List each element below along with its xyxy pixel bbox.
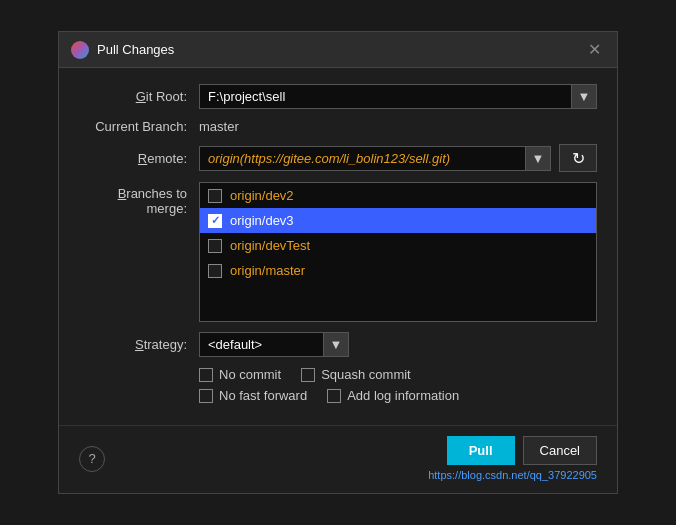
no-fast-forward-option[interactable]: No fast forward [199, 388, 307, 403]
branch-checkbox[interactable] [208, 214, 222, 228]
options-area: No commit Squash commit No fast forward … [79, 367, 597, 403]
pull-changes-dialog: Pull Changes ✕ Git Root: F:\project\sell… [58, 31, 618, 494]
branch-item[interactable]: origin/devTest [200, 233, 596, 258]
current-branch-label-col: Current Branch: [79, 119, 199, 134]
branches-label: Branches to merge: [118, 186, 187, 216]
branch-checkbox[interactable] [208, 189, 222, 203]
branches-list: origin/dev2origin/dev3origin/devTestorig… [199, 182, 597, 322]
title-bar: Pull Changes ✕ [59, 32, 617, 68]
remote-select[interactable]: origin(https://gitee.com/li_bolin123/sel… [199, 146, 551, 171]
footer-url: https://blog.csdn.net/qq_37922905 [428, 469, 597, 481]
branch-item[interactable]: origin/master [200, 258, 596, 283]
no-commit-label: No commit [219, 367, 281, 382]
add-log-option[interactable]: Add log information [327, 388, 459, 403]
branch-checkbox[interactable] [208, 264, 222, 278]
strategy-label-col: Strategy: [79, 337, 199, 352]
current-branch-row: Current Branch: master [79, 119, 597, 134]
branch-checkbox[interactable] [208, 239, 222, 253]
bottom-bar: ? Pull Cancel https://blog.csdn.net/qq_3… [59, 425, 617, 493]
branch-item[interactable]: origin/dev3 [200, 208, 596, 233]
git-root-label-text: Git Root: [136, 89, 187, 104]
title-bar-left: Pull Changes [71, 41, 174, 59]
close-button[interactable]: ✕ [584, 40, 605, 59]
current-branch-label: Current Branch: [95, 119, 187, 134]
add-log-label: Add log information [347, 388, 459, 403]
git-root-select[interactable]: F:\project\sell [199, 84, 597, 109]
cancel-button[interactable]: Cancel [523, 436, 597, 465]
current-branch-value: master [199, 119, 597, 134]
app-icon [71, 41, 89, 59]
branch-name: origin/dev2 [230, 188, 294, 203]
remote-controls: origin(https://gitee.com/li_bolin123/sel… [199, 144, 597, 172]
branches-row: Branches to merge: origin/dev2origin/dev… [79, 182, 597, 322]
branches-label-col: Branches to merge: [79, 182, 199, 216]
remote-label-col: Remote: [79, 151, 199, 166]
help-button[interactable]: ? [79, 446, 105, 472]
strategy-label: Strategy: [135, 337, 187, 352]
strategy-select[interactable]: <default> [199, 332, 349, 357]
options-row-1: No commit Squash commit [199, 367, 597, 382]
no-fast-forward-label: No fast forward [219, 388, 307, 403]
no-commit-checkbox[interactable] [199, 368, 213, 382]
git-root-label: Git Root: [79, 89, 199, 104]
squash-commit-checkbox[interactable] [301, 368, 315, 382]
remote-label: Remote: [138, 151, 187, 166]
remote-row: Remote: origin(https://gitee.com/li_boli… [79, 144, 597, 172]
branch-item[interactable]: origin/dev2 [200, 183, 596, 208]
options-row-2: No fast forward Add log information [199, 388, 597, 403]
strategy-wrapper: <default> ▼ [199, 332, 349, 357]
pull-button[interactable]: Pull [447, 436, 515, 465]
refresh-button[interactable]: ↻ [559, 144, 597, 172]
branch-name: origin/devTest [230, 238, 310, 253]
squash-commit-label: Squash commit [321, 367, 411, 382]
refresh-icon: ↻ [572, 149, 585, 168]
git-root-wrapper: F:\project\sell ▼ [199, 84, 597, 109]
remote-select-wrapper: origin(https://gitee.com/li_bolin123/sel… [199, 146, 551, 171]
dialog-title: Pull Changes [97, 42, 174, 57]
branch-name: origin/dev3 [230, 213, 294, 228]
strategy-row: Strategy: <default> ▼ [79, 332, 597, 357]
add-log-checkbox[interactable] [327, 389, 341, 403]
no-commit-option[interactable]: No commit [199, 367, 281, 382]
bottom-right: Pull Cancel https://blog.csdn.net/qq_379… [428, 436, 597, 481]
dialog-content: Git Root: F:\project\sell ▼ Current Bran… [59, 68, 617, 421]
no-fast-forward-checkbox[interactable] [199, 389, 213, 403]
squash-commit-option[interactable]: Squash commit [301, 367, 411, 382]
branch-name: origin/master [230, 263, 305, 278]
action-buttons: Pull Cancel [447, 436, 597, 465]
git-root-row: Git Root: F:\project\sell ▼ [79, 84, 597, 109]
